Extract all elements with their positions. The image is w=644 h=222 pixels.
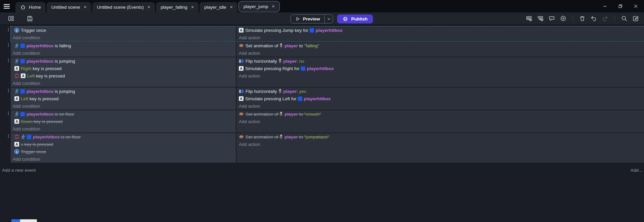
project-manager-button[interactable]	[7, 14, 15, 23]
add-action-button[interactable]: Add action	[236, 34, 644, 41]
add-circle-button[interactable]	[559, 14, 568, 23]
add-subevent-button[interactable]	[536, 14, 545, 23]
toolbar-center: Preview Publish	[290, 14, 373, 23]
preview-button[interactable]: Preview	[291, 16, 324, 21]
undo-button[interactable]	[589, 14, 598, 23]
add-condition-button[interactable]: Add condition	[11, 102, 236, 110]
condition-row[interactable]: Ax key is pressed	[11, 141, 236, 148]
menu-button[interactable]	[0, 0, 13, 12]
publish-button[interactable]: Publish	[337, 14, 373, 23]
actions-cell: Flip horizontally player: yesASimulate p…	[236, 88, 644, 110]
action-row[interactable]: Set animation of player to "jumpattack"	[236, 133, 644, 141]
add-action-button[interactable]: Add action	[236, 118, 644, 125]
close-tab-icon[interactable]: ×	[230, 5, 232, 10]
behavior-running-icon	[14, 59, 19, 63]
event-3[interactable]: playerhitbox is jumpingARight key is pre…	[11, 57, 644, 87]
close-tab-icon[interactable]: ×	[148, 5, 150, 10]
add-comment-button[interactable]	[547, 14, 556, 23]
event-4[interactable]: playerhitbox is jumpingALeft key is pres…	[11, 88, 644, 110]
keyboard-icon: A	[21, 73, 25, 78]
actions-cell: Set animation of player to "falling"Add …	[236, 42, 644, 57]
close-tab-icon[interactable]: ×	[191, 5, 194, 10]
condition-row[interactable]: playerhitbox is on floor	[11, 133, 236, 141]
tab-label: player_falling	[161, 5, 187, 10]
delete-button[interactable]	[578, 14, 587, 23]
tab-home[interactable]: Home	[15, 2, 46, 12]
add-condition-button[interactable]: Add condition	[11, 79, 236, 87]
event-1[interactable]: 1Trigger onceAdd conditionASimulate pres…	[11, 26, 644, 41]
add-event-button[interactable]	[525, 14, 533, 23]
instruction-text: Left	[27, 73, 35, 78]
minimize-icon	[602, 4, 607, 9]
preview-button-group: Preview	[290, 14, 333, 23]
condition-row[interactable]: 1Trigger once	[11, 26, 236, 34]
instruction-text: no	[299, 59, 304, 64]
add-condition-button[interactable]: Add condition	[11, 49, 236, 57]
action-row[interactable]: ASimulate pressing Jump key for playerhi…	[236, 26, 644, 34]
tab-untitled-scene-events[interactable]: Untitled scene (Events)×	[92, 2, 155, 12]
instruction-text: Set animation of	[246, 134, 279, 140]
instruction-text: is jumping	[53, 89, 75, 94]
restore-window-button[interactable]	[616, 3, 624, 10]
instruction-text: Simulate pressing Left for	[245, 96, 298, 101]
action-row[interactable]: Set animation of player to "falling"	[236, 42, 644, 49]
globe-icon	[342, 16, 348, 22]
close-window-button[interactable]	[632, 3, 639, 10]
keyboard-icon: A	[14, 66, 19, 71]
tab-label: player_jump	[244, 4, 268, 9]
add-condition-button[interactable]: Add condition	[11, 155, 236, 163]
add-new-event-button[interactable]: Add a new event	[2, 168, 36, 173]
action-row[interactable]: ASimulate pressing Left for playerhitbox	[236, 95, 644, 102]
redo-button[interactable]	[601, 14, 609, 23]
search-button[interactable]	[620, 14, 629, 23]
add-action-button[interactable]: Add action	[236, 72, 644, 79]
event-5[interactable]: playerhitbox is on floorADown key is pre…	[11, 110, 644, 132]
condition-row[interactable]: playerhitbox is on floor	[11, 110, 236, 118]
event-6[interactable]: playerhitbox is on floorAx key is presse…	[11, 133, 644, 163]
add-condition-button[interactable]: Add condition	[11, 125, 236, 132]
project-manager-icon	[8, 15, 14, 22]
action-row[interactable]: Flip horizontally player: yes	[236, 88, 644, 95]
add-more-button[interactable]: Add...	[631, 168, 642, 173]
condition-row[interactable]: ALeft key is pressed	[11, 72, 236, 79]
save-button[interactable]	[25, 14, 34, 23]
tab-player-falling[interactable]: player_falling×	[156, 2, 199, 12]
animation-icon	[239, 112, 244, 116]
add-action-button[interactable]: Add action	[236, 102, 644, 110]
edit-sheet-button[interactable]	[631, 14, 640, 23]
preview-dropdown-button[interactable]	[325, 17, 333, 21]
add-condition-button[interactable]: Add condition	[11, 34, 236, 41]
keyboard-icon: A	[239, 28, 244, 33]
add-action-button[interactable]: Add action	[236, 49, 644, 57]
tab-player-idle[interactable]: player_idle×	[200, 2, 237, 12]
action-row[interactable]: Flip horizontally player: no	[236, 57, 644, 65]
instruction-text: "jumpattack"	[304, 134, 329, 140]
condition-row[interactable]: ALeft key is pressed	[11, 95, 236, 102]
tab-player-jump[interactable]: player_jump×	[238, 1, 280, 12]
minimize-window-button[interactable]	[601, 3, 608, 10]
condition-row[interactable]: 1Trigger once	[11, 148, 236, 155]
restore-icon	[618, 4, 623, 9]
animation-icon	[239, 44, 244, 48]
action-row[interactable]: Set animation of player to "crouch"	[236, 110, 644, 118]
condition-row[interactable]: ARight key is pressed	[11, 65, 236, 72]
tab-untitled-scene[interactable]: Untitled scene×	[47, 2, 91, 12]
add-action-button[interactable]: Add action	[236, 141, 644, 148]
instruction-text: :	[297, 89, 299, 94]
event-2[interactable]: playerhitbox is fallingAdd conditionSet …	[11, 42, 644, 57]
condition-row[interactable]: playerhitbox is jumping	[11, 88, 236, 95]
home-icon	[20, 4, 26, 10]
instruction-text: key is pressed	[29, 96, 59, 101]
action-row[interactable]: ASimulate pressing Right for playerhitbo…	[236, 65, 644, 72]
instruction-text: Set animation of	[246, 112, 279, 117]
bottom-edge-artifact	[11, 219, 37, 222]
close-tab-icon[interactable]: ×	[272, 4, 274, 9]
object-square-icon	[20, 44, 25, 48]
condition-row[interactable]: playerhitbox is falling	[11, 42, 236, 49]
condition-row[interactable]: playerhitbox is jumping	[11, 57, 236, 65]
events-sheet: 1Trigger onceAdd conditionASimulate pres…	[0, 25, 644, 163]
close-tab-icon[interactable]: ×	[84, 5, 87, 10]
condition-row[interactable]: ADown key is pressed	[11, 118, 236, 125]
instruction-text: key is pressed	[35, 73, 65, 78]
toolbar: Preview Publish	[0, 12, 644, 25]
